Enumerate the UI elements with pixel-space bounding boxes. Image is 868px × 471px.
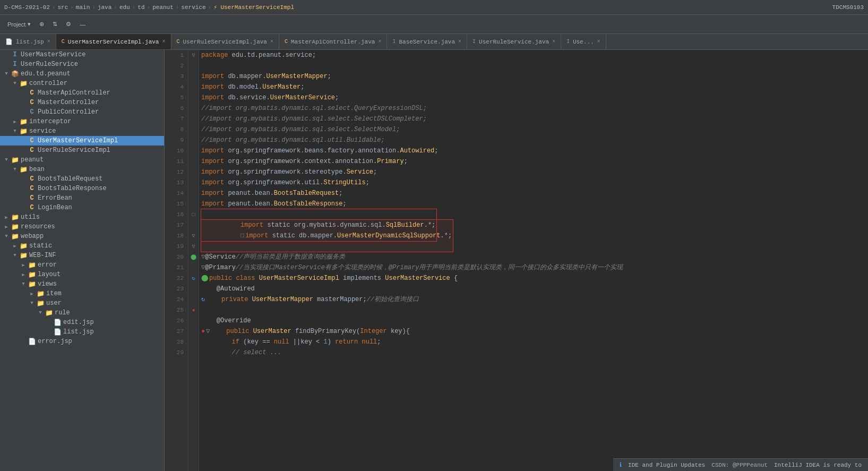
project-dropdown[interactable]: Project ▾ bbox=[4, 19, 34, 30]
sidebar-item-edu-td-peanut[interactable]: ▼ 📦 edu.td.peanut bbox=[0, 69, 164, 79]
sidebar-item-item[interactable]: ▶ 📁 item bbox=[0, 289, 164, 298]
csdn-label: CSDN: @PPPPeanut bbox=[711, 462, 768, 468]
tab-close-masterapicontroller[interactable]: × bbox=[378, 39, 381, 45]
class-icon-usermasterserviceimpl: C bbox=[28, 136, 36, 145]
sidebar-item-layout[interactable]: ▶ 📁 layout bbox=[0, 270, 164, 279]
sidebar-item-interceptor[interactable]: ▶ 📁 interceptor bbox=[0, 117, 164, 126]
sort-button[interactable]: ⇅ bbox=[49, 19, 61, 30]
arrow-service: ▼ bbox=[11, 129, 19, 134]
sidebar-item-list-jsp[interactable]: 📄 list.jsp bbox=[0, 327, 164, 337]
gutter-24: ↻ bbox=[188, 273, 199, 284]
tab-usermasterserviceimpl[interactable]: C UserMasterServiceImpl.java × bbox=[56, 34, 171, 50]
tab-close-use-more[interactable]: × bbox=[597, 39, 600, 45]
gutter-3: ▽ bbox=[188, 50, 199, 61]
label-edit-jsp: edit.jsp bbox=[63, 319, 94, 326]
line-num-3: 3 bbox=[165, 71, 184, 82]
sidebar-item-usermasterserviceimpl[interactable]: C UserMasterServiceImpl bbox=[0, 136, 164, 145]
label-bootstablerequest: BootsTableRequest bbox=[38, 175, 102, 183]
sidebar-item-utils[interactable]: ▶ 📁 utils bbox=[0, 212, 164, 222]
sidebar-item-user[interactable]: ▼ 📁 user bbox=[0, 298, 164, 308]
sidebar-item-bean[interactable]: ▼ 📁 bean bbox=[0, 165, 164, 174]
sidebar-item-webinf[interactable]: ▼ 📁 WEB-INF bbox=[0, 251, 164, 260]
tab-icon-masterapicontroller: C bbox=[285, 39, 288, 45]
sidebar-item-masterapicontroller[interactable]: C MasterApiController bbox=[0, 88, 164, 98]
sidebar-item-service-folder[interactable]: ▼ 📁 service bbox=[0, 126, 164, 136]
arrow-bean: ▼ bbox=[11, 167, 19, 172]
label-user: user bbox=[46, 299, 62, 307]
sidebar-item-bootstablerequest[interactable]: C BootsTableRequest bbox=[0, 174, 164, 184]
line-num-10: 10 bbox=[165, 145, 184, 156]
sidebar-item-peanut[interactable]: ▼ 📁 peanut bbox=[0, 155, 164, 165]
tab-close-usermasterserviceimpl[interactable]: × bbox=[162, 39, 165, 45]
sidebar-item-loginbean[interactable]: C LoginBean bbox=[0, 203, 164, 212]
sidebar-item-userruleserviceimpl[interactable]: C UserRuleServiceImpl bbox=[0, 145, 164, 155]
tab-masterapicontroller[interactable]: C MasterApiController.java × bbox=[279, 34, 387, 50]
tab-baseservice[interactable]: I BaseService.java × bbox=[387, 34, 467, 50]
tab-close-baseservice[interactable]: × bbox=[458, 39, 461, 45]
code-line-13: import org.springframework.util.StringUt… bbox=[201, 177, 868, 188]
folder-icon-controller: 📁 bbox=[19, 79, 28, 88]
line-num-13: 13 bbox=[165, 177, 184, 188]
line-num-8: 8 bbox=[165, 124, 184, 135]
sidebar-item-resources[interactable]: ▶ 📁 resources bbox=[0, 222, 164, 232]
code-editor[interactable]: package edu.td.peanut.service; import db… bbox=[199, 50, 868, 471]
tab-use-more[interactable]: I Use... × bbox=[561, 34, 606, 50]
breadcrumb-path: D-CMS-2021-02 › src › main › java › edu … bbox=[4, 4, 832, 11]
sidebar-item-usermasterservice[interactable]: I UserMasterService bbox=[0, 50, 164, 59]
sidebar-item-webapp[interactable]: ▼ 📁 webapp bbox=[0, 232, 164, 241]
code-area[interactable]: 1 2 3 4 5 6 7 8 9 10 11 12 13 14 15 16 1… bbox=[165, 50, 868, 471]
line-num-23: 23 bbox=[165, 284, 184, 294]
line-num-1: 1 bbox=[165, 50, 184, 61]
code-line-11: import org.springframework.context.annot… bbox=[201, 156, 868, 167]
arrow-rule: ▼ bbox=[36, 310, 45, 315]
gutter-14 bbox=[188, 167, 199, 177]
code-line-2 bbox=[201, 61, 868, 71]
sidebar-item-edit-jsp[interactable]: 📄 edit.jsp bbox=[0, 318, 164, 327]
gutter-23 bbox=[188, 262, 199, 273]
package-icon-edu: 📦 bbox=[11, 70, 19, 78]
tab-userruleservice[interactable]: I UserRuleService.java × bbox=[467, 34, 561, 50]
folder-icon-layout: 📁 bbox=[28, 270, 36, 279]
sidebar-item-publiccontroller[interactable]: C PublicController bbox=[0, 107, 164, 117]
code-line-9: //import org.mybatis.dynamic.sql.util.Bu… bbox=[201, 135, 868, 145]
line-num-19: 19 bbox=[165, 241, 184, 252]
code-line-4: import db.model.UserMaster; bbox=[201, 82, 868, 92]
settings-button[interactable]: ⚙ bbox=[63, 19, 74, 30]
tab-icon-use-more: I bbox=[566, 39, 570, 45]
collapse-button[interactable]: — bbox=[76, 19, 89, 30]
sidebar[interactable]: I UserMasterService I UserRuleService ▼ … bbox=[0, 50, 165, 471]
folder-icon-webinf: 📁 bbox=[19, 251, 28, 260]
gutter-8 bbox=[188, 103, 199, 114]
add-button[interactable]: ⊕ bbox=[36, 19, 47, 30]
sidebar-item-static[interactable]: ▶ 📁 static bbox=[0, 241, 164, 251]
tab-close-list-jsp[interactable]: × bbox=[47, 39, 50, 45]
code-line-12: import org.springframework.stereotype.Se… bbox=[201, 167, 868, 177]
tab-label-use-more: Use... bbox=[573, 39, 594, 45]
gutter-12 bbox=[188, 145, 199, 156]
folder-icon-resources: 📁 bbox=[11, 222, 19, 231]
sidebar-item-error-folder[interactable]: ▶ 📁 error bbox=[0, 260, 164, 270]
label-utils: utils bbox=[21, 213, 40, 221]
class-icon-loginbean: C bbox=[28, 203, 36, 212]
sidebar-item-controller-folder[interactable]: ▼ 📁 controller bbox=[0, 79, 164, 88]
line-num-15: 15 bbox=[165, 199, 184, 209]
label-errorbean: ErrorBean bbox=[38, 194, 72, 202]
tab-list-jsp[interactable]: 📄 list.jsp × bbox=[0, 34, 56, 50]
sidebar-item-views[interactable]: ▼ 📁 views bbox=[0, 279, 164, 289]
tab-close-userruleserviceimpl[interactable]: × bbox=[270, 39, 273, 45]
sidebar-item-bootstableresponse[interactable]: C BootsTableResponse bbox=[0, 184, 164, 193]
tab-close-userruleservice[interactable]: × bbox=[552, 39, 555, 45]
label-interceptor: interceptor bbox=[29, 118, 71, 125]
sidebar-item-error-jsp[interactable]: 📄 error.jsp bbox=[0, 337, 164, 346]
code-line-17: import static org.mybatis.dynamic.sql.Sq… bbox=[201, 220, 868, 230]
sidebar-item-errorbean[interactable]: C ErrorBean bbox=[0, 193, 164, 203]
tab-userruleserviceimpl[interactable]: C UserRuleServiceImpl.java × bbox=[171, 34, 279, 50]
line-num-14: 14 bbox=[165, 188, 184, 199]
toolbar: Project ▾ ⊕ ⇅ ⚙ — bbox=[0, 15, 868, 34]
sidebar-item-userruleservice[interactable]: I UserRuleService bbox=[0, 59, 164, 69]
arrow-views: ▼ bbox=[19, 281, 28, 287]
label-error-folder: error bbox=[38, 261, 57, 269]
breadcrumb-edu: edu bbox=[119, 4, 130, 11]
sidebar-item-rule[interactable]: ▼ 📁 rule bbox=[0, 308, 164, 318]
sidebar-item-mastercontroller[interactable]: C MasterController bbox=[0, 98, 164, 107]
